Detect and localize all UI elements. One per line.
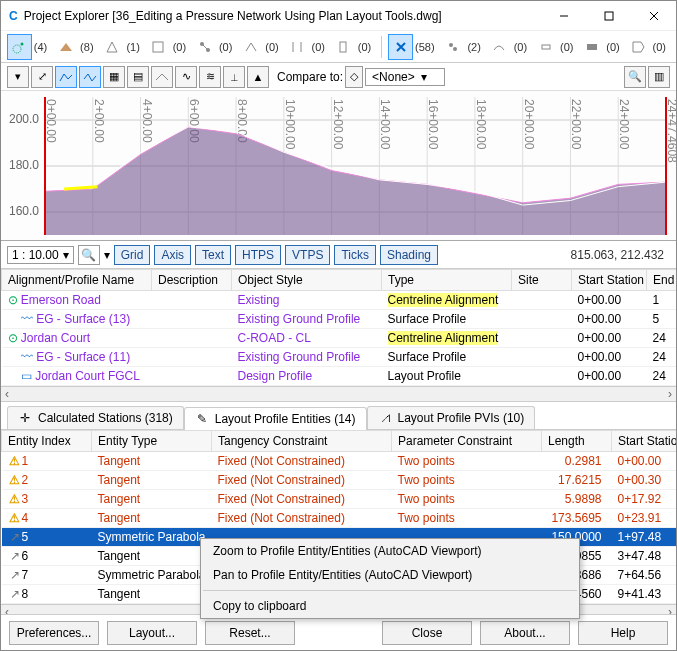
help-button[interactable]: Help	[578, 621, 668, 645]
shapes-icon[interactable]	[579, 34, 604, 60]
reset-button[interactable]: Reset...	[205, 621, 295, 645]
links-icon[interactable]	[533, 34, 558, 60]
col-header[interactable]: Description	[152, 270, 232, 291]
alignments-icon[interactable]	[7, 34, 32, 60]
col-header[interactable]: Site	[512, 270, 572, 291]
table-row[interactable]: ⚠4TangentFixed (Not Constrained)Two poin…	[2, 509, 677, 528]
profile-list: Alignment/Profile NameDescriptionObject …	[1, 269, 676, 402]
col-header[interactable]: Alignment/Profile Name	[2, 270, 152, 291]
col-header[interactable]: Object Style	[232, 270, 382, 291]
toggle-ticks[interactable]: Ticks	[334, 245, 376, 265]
curvature-icon[interactable]: ∿	[175, 66, 197, 88]
toggle-shading[interactable]: Shading	[380, 245, 438, 265]
networks-icon[interactable]	[192, 34, 217, 60]
compare-dropdown-icon[interactable]: ◇	[345, 66, 363, 88]
tab-layout-entities[interactable]: ✎Layout Profile Entities (14)	[184, 407, 367, 430]
col-header[interactable]: Type	[382, 270, 512, 291]
corridors-icon[interactable]	[285, 34, 310, 60]
svg-point-13	[453, 47, 457, 51]
target-icon: ✛	[18, 411, 32, 425]
offset-icon[interactable]: ≋	[199, 66, 221, 88]
surfaces-icon[interactable]	[53, 34, 78, 60]
tab-layout-pvis[interactable]: ⩘Layout Profile PVIs (10)	[367, 406, 536, 429]
figures-icon[interactable]	[487, 34, 512, 60]
station-icon[interactable]: ⟂	[223, 66, 245, 88]
hscroll[interactable]: ‹›	[1, 386, 676, 402]
close-button[interactable]	[631, 1, 676, 31]
pressure-icon[interactable]	[238, 34, 263, 60]
scale-dropdown[interactable]: 1 : 10.00▾	[7, 246, 74, 264]
profile-chart-1-icon[interactable]	[55, 66, 77, 88]
svg-rect-15	[587, 44, 597, 50]
col-header[interactable]: Entity Index	[2, 431, 92, 452]
svg-text:18+00.00: 18+00.00	[474, 99, 488, 150]
svg-rect-1	[605, 12, 613, 20]
tab-calculated-stations[interactable]: ✛Calculated Stations (318)	[7, 406, 184, 429]
zoom-icon[interactable]: 🔍	[78, 245, 100, 265]
minimize-button[interactable]	[541, 1, 586, 31]
layout-button[interactable]: Layout...	[107, 621, 197, 645]
col-header[interactable]: Tangency Constraint	[212, 431, 392, 452]
col-header[interactable]: End	[647, 270, 678, 291]
maximize-button[interactable]	[586, 1, 631, 31]
assemblies-icon[interactable]	[331, 34, 356, 60]
app-icon: C	[9, 9, 18, 23]
toggle-axis[interactable]: Axis	[154, 245, 191, 265]
col-header[interactable]: Length	[542, 431, 612, 452]
profile-chart[interactable]: 200.0180.0160.00+00.002+00.004+00.006+00…	[1, 91, 676, 241]
menu-copy[interactable]: Copy to clipboard	[201, 594, 579, 618]
toggle-grid[interactable]: Grid	[114, 245, 151, 265]
labels-icon[interactable]	[626, 34, 651, 60]
preferences-button[interactable]: Preferences...	[9, 621, 99, 645]
chart-footer-toolbar: 1 : 10.00▾ 🔍▾ Grid Axis Text HTPS VTPS T…	[1, 241, 676, 269]
table-row[interactable]: 〰 EG - Surface (13)Existing Ground Profi…	[2, 310, 678, 329]
close-dialog-button[interactable]: Close	[382, 621, 472, 645]
table-row[interactable]: ⊙ Jordan CourtC-ROAD - CLCentreline Alig…	[2, 329, 678, 348]
svg-text:12+00.00: 12+00.00	[331, 99, 345, 150]
table-row[interactable]: ⚠1TangentFixed (Not Constrained)Two poin…	[2, 452, 677, 471]
catchments-icon[interactable]	[146, 34, 171, 60]
svg-rect-11	[340, 42, 346, 52]
menu-zoom-entity[interactable]: Zoom to Profile Entity/Entities (AutoCAD…	[201, 539, 579, 563]
toggle-vtps[interactable]: VTPS	[285, 245, 330, 265]
pointgroups-icon[interactable]	[441, 34, 466, 60]
table-row[interactable]: 〰 EG - Surface (11)Existing Ground Profi…	[2, 348, 678, 367]
svg-marker-6	[107, 42, 117, 52]
markers-icon[interactable]: ▲	[247, 66, 269, 88]
zoom-extents-icon[interactable]: ⤢	[31, 66, 53, 88]
profile-chart-2-icon[interactable]	[79, 66, 101, 88]
bands-icon[interactable]: ▤	[127, 66, 149, 88]
toggle-text[interactable]: Text	[195, 245, 231, 265]
col-header[interactable]: Parameter Constraint	[392, 431, 542, 452]
svg-point-4	[13, 45, 21, 53]
count-9: (2)	[467, 41, 480, 53]
count-3: (0)	[173, 41, 186, 53]
col-header[interactable]: Entity Type	[92, 431, 212, 452]
svg-text:16+00.00: 16+00.00	[426, 99, 440, 150]
svg-text:160.0: 160.0	[9, 204, 39, 218]
col-header[interactable]: Start Station	[572, 270, 647, 291]
count-13: (0)	[653, 41, 666, 53]
svg-text:180.0: 180.0	[9, 158, 39, 172]
table-row[interactable]: ⚠3TangentFixed (Not Constrained)Two poin…	[2, 490, 677, 509]
col-header[interactable]: Start Station	[612, 431, 677, 452]
chart-style-icon[interactable]: ▦	[103, 66, 125, 88]
search-icon[interactable]: 🔍	[624, 66, 646, 88]
table-row[interactable]: ⚠2TangentFixed (Not Constrained)Two poin…	[2, 471, 677, 490]
about-button[interactable]: About...	[480, 621, 570, 645]
svg-text:2+00.00: 2+00.00	[92, 99, 106, 143]
points-icon[interactable]	[388, 34, 413, 60]
surfaces-chart-icon[interactable]	[151, 66, 173, 88]
count-1: (8)	[80, 41, 93, 53]
table-row[interactable]: ▭ Jordan Court FGCLDesign ProfileLayout …	[2, 367, 678, 386]
sites-icon[interactable]	[100, 34, 125, 60]
svg-text:200.0: 200.0	[9, 112, 39, 126]
compare-value[interactable]: <None>▾	[365, 68, 445, 86]
compare-label: Compare to:	[277, 70, 343, 84]
menu-pan-entity[interactable]: Pan to Profile Entity/Entities (AutoCAD …	[201, 563, 579, 587]
svg-text:14+00.00: 14+00.00	[378, 99, 392, 150]
table-row[interactable]: ⊙ Emerson RoadExistingCentreline Alignme…	[2, 291, 678, 310]
toggle-htps[interactable]: HTPS	[235, 245, 281, 265]
dropdown-icon[interactable]: ▾	[7, 66, 29, 88]
settings-icon[interactable]: ▥	[648, 66, 670, 88]
